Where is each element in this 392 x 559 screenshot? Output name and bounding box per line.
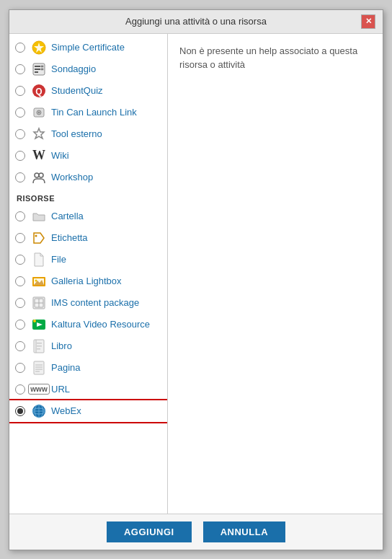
wiki-label: Wiki — [51, 150, 69, 161]
close-button[interactable]: ✕ — [361, 14, 375, 29]
footer: AGGIUNGI ANNULLA — [9, 514, 383, 550]
list-item-sondaggio[interactable]: Sondaggio — [9, 58, 167, 80]
svg-point-15 — [35, 234, 37, 237]
tool-esterno-label: Tool esterno — [51, 128, 102, 139]
cancel-button[interactable]: ANNULLA — [203, 521, 285, 542]
add-button[interactable]: AGGIUNGI — [107, 521, 192, 542]
sondaggio-label: Sondaggio — [51, 63, 96, 74]
svg-rect-5 — [35, 71, 38, 73]
kaltura-label: Kaltura Video Resource — [51, 319, 150, 330]
title-bar: Aggiungi una attività o una risorsa ✕ — [9, 10, 383, 34]
kaltura-icon — [31, 317, 47, 333]
radio-sondaggio[interactable] — [15, 64, 25, 74]
radio-webex[interactable] — [15, 406, 25, 416]
svg-rect-6 — [41, 66, 43, 67]
list-item-pagina[interactable]: Pagina — [9, 357, 167, 379]
studentquiz-label: StudentQuiz — [51, 85, 103, 96]
simple-certificate-icon — [31, 40, 47, 56]
list-item-studentquiz[interactable]: Q StudentQuiz — [9, 80, 167, 102]
dialog-title: Aggiungi una attività o una risorsa — [31, 16, 361, 27]
radio-url[interactable] — [15, 384, 25, 395]
list-item-workshop[interactable]: Workshop — [9, 167, 167, 188]
risorse-header: RISORSE — [9, 188, 167, 206]
svg-point-19 — [35, 279, 37, 281]
etichetta-icon — [31, 230, 47, 246]
svg-rect-3 — [35, 66, 40, 67]
radio-file[interactable] — [15, 255, 25, 265]
tincan-label: Tin Can Launch Link — [51, 107, 137, 118]
svg-point-14 — [39, 173, 43, 177]
list-item-simple-certificate[interactable]: Simple Certificate — [9, 37, 167, 58]
ims-label: IMS content package — [51, 297, 139, 308]
pagina-icon — [31, 360, 47, 376]
svg-rect-30 — [37, 345, 42, 347]
wiki-icon: W — [31, 148, 47, 164]
galleria-icon — [31, 273, 47, 289]
radio-tincan[interactable] — [15, 107, 25, 118]
radio-ims[interactable] — [15, 298, 25, 308]
list-item-webex[interactable]: WebEx — [9, 400, 167, 422]
radio-galleria[interactable] — [15, 276, 25, 286]
svg-rect-32 — [34, 361, 44, 374]
radio-simple-certificate[interactable] — [15, 43, 25, 53]
svg-point-26 — [33, 320, 36, 322]
radio-workshop[interactable] — [15, 172, 25, 182]
list-item-url[interactable]: www URL — [9, 379, 167, 400]
radio-tool-esterno[interactable] — [15, 129, 25, 139]
file-label: File — [51, 254, 66, 265]
list-item-file[interactable]: File — [9, 249, 167, 270]
list-item-libro[interactable]: Libro — [9, 335, 167, 357]
list-item-cartella[interactable]: Cartella — [9, 206, 167, 227]
galleria-label: Galleria Lightbox — [51, 276, 122, 286]
ims-icon — [31, 295, 47, 311]
webex-icon — [31, 403, 47, 419]
radio-cartella[interactable] — [15, 211, 25, 221]
radio-pagina[interactable] — [15, 363, 25, 373]
help-text: Non è presente un help associato a quest… — [179, 44, 371, 72]
content-area: Simple Certificate Sondaggio — [9, 34, 383, 514]
list-item-tool-esterno[interactable]: Tool esterno — [9, 123, 167, 145]
svg-rect-31 — [37, 348, 40, 350]
svg-rect-4 — [35, 69, 40, 70]
url-label: URL — [51, 384, 70, 395]
simple-certificate-label: Simple Certificate — [51, 42, 125, 53]
dialog: Aggiungi una attività o una risorsa ✕ Si… — [9, 9, 383, 550]
workshop-label: Workshop — [51, 172, 93, 182]
workshop-icon — [31, 170, 47, 185]
list-item-etichetta[interactable]: Etichetta — [9, 227, 167, 249]
right-panel: Non è presente un help associato a quest… — [168, 34, 383, 514]
list-item-wiki[interactable]: W Wiki — [9, 145, 167, 167]
url-icon: www — [31, 382, 47, 397]
pagina-label: Pagina — [51, 362, 80, 373]
cartella-label: Cartella — [51, 211, 84, 221]
list-item-kaltura[interactable]: Kaltura Video Resource — [9, 314, 167, 335]
svg-rect-7 — [41, 69, 43, 70]
left-panel[interactable]: Simple Certificate Sondaggio — [9, 34, 168, 514]
list-item-ims[interactable]: IMS content package — [9, 292, 167, 314]
webex-label: WebEx — [51, 405, 81, 416]
radio-etichetta[interactable] — [15, 233, 25, 243]
file-icon — [31, 252, 47, 268]
svg-point-13 — [35, 173, 39, 177]
radio-libro[interactable] — [15, 341, 25, 351]
tool-esterno-icon — [31, 126, 47, 142]
tincan-icon — [31, 105, 47, 120]
etichetta-label: Etichetta — [51, 232, 88, 243]
list-item-tincan[interactable]: Tin Can Launch Link — [9, 102, 167, 123]
svg-point-12 — [38, 111, 40, 113]
studentquiz-icon: Q — [31, 83, 47, 99]
list-item-galleria[interactable]: Galleria Lightbox — [9, 270, 167, 292]
radio-kaltura[interactable] — [15, 320, 25, 330]
cartella-icon — [31, 208, 47, 224]
radio-studentquiz[interactable] — [15, 86, 25, 96]
libro-label: Libro — [51, 340, 72, 351]
svg-text:Q: Q — [35, 87, 42, 97]
svg-rect-29 — [37, 343, 42, 344]
radio-wiki[interactable] — [15, 151, 25, 161]
sondaggio-icon — [31, 61, 47, 77]
libro-icon — [31, 338, 47, 354]
